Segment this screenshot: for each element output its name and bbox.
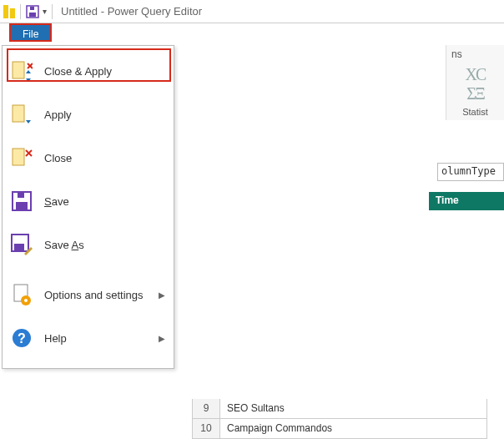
menu-help[interactable]: ? Help ▶ <box>3 316 174 360</box>
window-title: Untitled - Power Query Editor <box>61 5 202 18</box>
table-row[interactable]: 9 SEO Sultans <box>192 399 487 419</box>
ribbon-group-trunc-label: ns <box>446 48 504 60</box>
ribbon-tabs: File <box>0 23 504 45</box>
divider <box>20 4 21 19</box>
menu-label: Save <box>44 195 69 208</box>
cell-value[interactable]: SEO Sultans <box>220 399 487 419</box>
ribbon-button-label: Statist <box>446 107 504 117</box>
options-icon <box>11 284 33 305</box>
svg-rect-16 <box>14 244 24 250</box>
menu-close-and-apply[interactable]: Close & Apply <box>3 49 174 93</box>
qat-dropdown-icon[interactable]: ▾ <box>43 7 47 16</box>
svg-text:?: ? <box>18 331 26 346</box>
menu-apply[interactable]: Apply <box>3 93 174 136</box>
menu-label: Options and settings <box>44 289 144 301</box>
cell-value[interactable]: Campaign Commandos <box>220 419 487 439</box>
svg-rect-0 <box>3 5 8 18</box>
data-table: 9 SEO Sultans 10 Campaign Commandos <box>192 399 487 439</box>
menu-label: Close <box>44 152 72 164</box>
menu-save[interactable]: Save <box>3 179 174 223</box>
chevron-right-icon: ▶ <box>159 290 165 300</box>
column-header[interactable]: Time <box>429 192 504 210</box>
app-icon <box>3 5 15 18</box>
menu-label: Close & Apply <box>44 65 112 78</box>
divider <box>52 4 53 19</box>
svg-rect-1 <box>10 8 15 18</box>
file-tab[interactable]: File <box>9 23 52 42</box>
menu-label: Help <box>44 332 67 345</box>
svg-rect-3 <box>29 13 36 17</box>
apply-icon <box>11 103 33 125</box>
ribbon-group-statistics: ns XСΣΞ Statist <box>446 45 504 120</box>
svg-rect-9 <box>13 149 24 165</box>
svg-rect-8 <box>13 105 24 122</box>
svg-point-19 <box>24 299 28 302</box>
chevron-right-icon: ▶ <box>159 334 165 343</box>
formula-bar[interactable]: olumnType <box>437 163 504 181</box>
save-icon <box>11 190 33 212</box>
save-as-icon <box>11 234 33 255</box>
sigma-icon[interactable]: XСΣΞ <box>446 65 504 103</box>
close-apply-icon <box>11 60 33 82</box>
svg-rect-14 <box>18 193 24 198</box>
menu-options-and-settings[interactable]: Options and settings ▶ <box>3 273 174 316</box>
svg-rect-4 <box>30 7 34 10</box>
menu-save-as[interactable]: Save As <box>3 223 174 266</box>
svg-rect-13 <box>16 202 28 209</box>
table-row[interactable]: 10 Campaign Commandos <box>192 419 487 439</box>
row-number: 10 <box>192 419 220 439</box>
menu-label: Save As <box>44 239 84 251</box>
file-menu: Close & Apply Apply Close Save Save As O… <box>2 45 174 369</box>
title-bar: ▾ Untitled - Power Query Editor <box>0 0 504 23</box>
menu-close[interactable]: Close <box>3 136 174 179</box>
save-icon[interactable] <box>26 5 38 18</box>
close-icon <box>11 147 33 169</box>
row-number: 9 <box>192 399 220 419</box>
help-icon: ? <box>11 327 33 349</box>
menu-label: Apply <box>44 108 72 121</box>
svg-rect-5 <box>13 62 24 78</box>
